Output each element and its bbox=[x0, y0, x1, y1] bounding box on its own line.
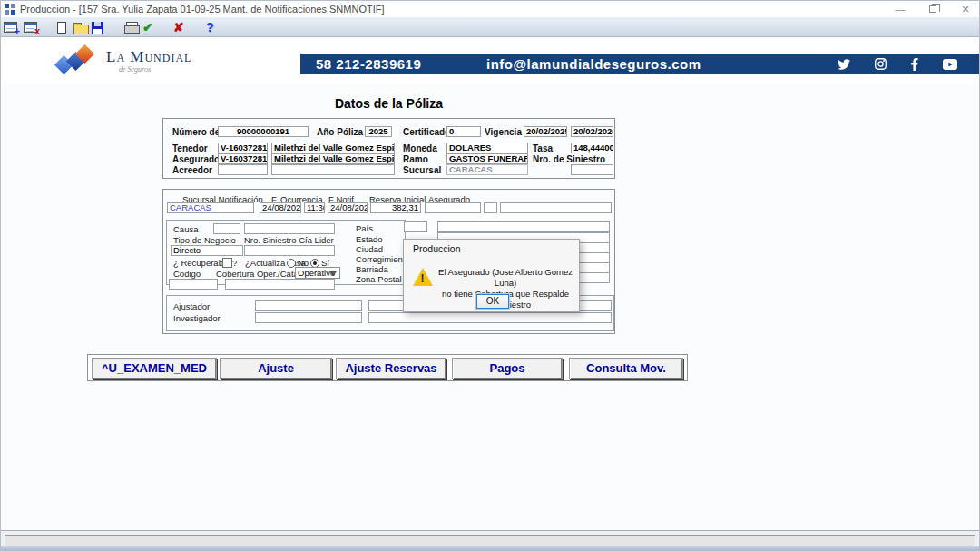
tasa-label: Tasa bbox=[533, 143, 553, 153]
company-logo: La Mundial de Seguros bbox=[54, 44, 235, 81]
asegurado-cod-field[interactable] bbox=[425, 202, 481, 213]
email-address: info@lamundialdeseguros.com bbox=[486, 56, 701, 72]
new-document-icon bbox=[57, 22, 66, 34]
close-button[interactable]: ✕ bbox=[959, 4, 972, 15]
nro-siniestro-cia-field[interactable] bbox=[244, 245, 335, 256]
minimize-button[interactable]: — bbox=[894, 4, 906, 15]
tenedor-id-field[interactable]: V-16037281 bbox=[218, 143, 268, 153]
sucursal-notif-field[interactable]: CARACAS bbox=[167, 202, 254, 213]
save-button[interactable] bbox=[92, 20, 103, 34]
moneda-field[interactable]: DOLARES bbox=[446, 143, 528, 153]
ramo-field[interactable]: GASTOS FUNERARIO bbox=[446, 153, 528, 164]
save-icon bbox=[92, 22, 103, 34]
open-button[interactable] bbox=[74, 20, 87, 34]
tipo-negocio-label: Tipo de Negocio bbox=[173, 235, 236, 245]
ciudad-label: Ciudad bbox=[356, 244, 383, 254]
dialog-title: Produccion bbox=[413, 243, 461, 254]
certificado-label: Certificado bbox=[403, 127, 450, 137]
f-ocurrencia-fecha-field[interactable]: 24/08/2025 bbox=[260, 202, 301, 213]
instagram-icon[interactable] bbox=[875, 58, 887, 70]
youtube-icon[interactable] bbox=[943, 59, 957, 70]
investigador-cod-field[interactable] bbox=[255, 312, 362, 323]
nro-siniestro-field[interactable] bbox=[571, 164, 613, 175]
x-icon: ✘ bbox=[173, 21, 184, 34]
certificado-field[interactable]: 0 bbox=[446, 126, 481, 137]
asegurado-id-field[interactable]: V-16037281 bbox=[218, 153, 268, 164]
f-ocurrencia-hora-field[interactable]: 11:36 bbox=[304, 202, 325, 213]
reserva-inicial-field[interactable]: 382,31 bbox=[370, 202, 421, 213]
tipo-negocio-field[interactable]: Directo bbox=[171, 245, 243, 256]
logo-text: La Mundial bbox=[106, 48, 191, 66]
ajuste-button[interactable]: Ajuste bbox=[220, 358, 332, 379]
ok-button[interactable]: OK bbox=[476, 294, 509, 309]
check-icon: ✔ bbox=[142, 21, 153, 34]
pais-label: País bbox=[356, 223, 373, 233]
ano-poliza-field[interactable]: 2025 bbox=[365, 126, 392, 137]
acreedor-nombre-field[interactable] bbox=[271, 164, 395, 175]
asegurado-nombre-field[interactable]: Milethzi del Valle Gomez Espinoz bbox=[271, 153, 395, 164]
logo-diamonds-icon bbox=[54, 48, 101, 75]
app-window: Produccion - [157 Sra. Yulia Zapata 01-0… bbox=[0, 0, 980, 551]
cobertura-dropdown[interactable]: Operativo bbox=[295, 267, 340, 279]
print-button[interactable] bbox=[124, 20, 138, 34]
recuperable-checkbox[interactable] bbox=[222, 258, 232, 268]
cancel-button[interactable]: ✘ bbox=[173, 20, 184, 34]
add-record-icon: + bbox=[4, 22, 17, 33]
f-notif-field[interactable]: 24/08/2025 bbox=[328, 202, 368, 213]
tenedor-label: Tenedor bbox=[172, 143, 208, 153]
examen-med-button[interactable]: ^U_EXAMEN_MED bbox=[92, 358, 217, 379]
cobertura-field[interactable] bbox=[225, 279, 335, 290]
ajuste-reservas-button[interactable]: Ajuste Reservas bbox=[336, 358, 446, 379]
vigencia-label: Vigencia bbox=[485, 127, 522, 137]
sucursal-field: CARACAS bbox=[446, 164, 528, 175]
restore-button[interactable] bbox=[926, 4, 939, 15]
corregimiento-label: Corregimiento bbox=[356, 254, 410, 264]
pais-field[interactable] bbox=[437, 221, 610, 232]
window-title: Produccion - [157 Sra. Yulia Zapata 01-0… bbox=[20, 4, 385, 15]
facebook-icon[interactable] bbox=[911, 58, 918, 71]
tenedor-nombre-field[interactable]: Milethzi del Valle Gomez Espinoz bbox=[271, 143, 395, 153]
tasa-field[interactable]: 148,44400 bbox=[571, 143, 613, 153]
acreedor-id-field[interactable] bbox=[218, 164, 268, 175]
title-bar: Produccion - [157 Sra. Yulia Zapata 01-0… bbox=[1, 1, 979, 17]
consulta-mov-button[interactable]: Consulta Mov. bbox=[569, 358, 683, 379]
app-icon bbox=[5, 4, 15, 15]
pais-cod-field[interactable] bbox=[404, 221, 427, 232]
investigador-label: Investigador bbox=[173, 313, 220, 323]
twitter-icon[interactable] bbox=[838, 59, 850, 70]
delete-record-button[interactable]: x bbox=[24, 20, 37, 34]
nro-siniestro-cia-label: Nro. Siniestro Cía Lider bbox=[244, 235, 334, 245]
vigencia-desde-field[interactable]: 20/02/2025 bbox=[524, 126, 567, 137]
add-record-button[interactable]: + bbox=[4, 20, 17, 34]
ajustador-cod-field[interactable] bbox=[255, 300, 362, 311]
asegurado-tipo-field[interactable] bbox=[484, 202, 497, 213]
print-icon bbox=[124, 22, 138, 33]
codigo-field[interactable] bbox=[169, 279, 218, 290]
ajustador-label: Ajustador bbox=[173, 301, 210, 311]
open-folder-icon bbox=[74, 23, 87, 33]
barriada-label: Barriada bbox=[356, 264, 388, 274]
contact-bar: 58 212-2839619 info@lamundialdeseguros.c… bbox=[300, 54, 980, 74]
pagos-button[interactable]: Pagos bbox=[452, 358, 563, 379]
policy-data-panel: Número de Tenedor Asegurado Acreedor 900… bbox=[162, 118, 615, 179]
numero-label: Número de bbox=[172, 127, 220, 137]
vigencia-hasta-field[interactable]: 20/02/2026 bbox=[571, 126, 613, 137]
ano-poliza-label: Año Póliza bbox=[317, 127, 363, 137]
warning-dialog: Produccion El Asegurado (Jose Alberto Go… bbox=[403, 239, 580, 312]
estado-label: Estado bbox=[356, 234, 383, 244]
investigador-nombre-field[interactable] bbox=[368, 312, 612, 323]
ramo-label: Ramo bbox=[403, 154, 428, 164]
acreedor-label: Acreedor bbox=[172, 165, 212, 175]
causa-cod-field[interactable] bbox=[213, 223, 240, 234]
confirm-button[interactable]: ✔ bbox=[142, 20, 153, 34]
status-bar bbox=[1, 530, 979, 551]
warning-icon bbox=[413, 268, 433, 286]
new-button[interactable] bbox=[57, 20, 66, 34]
numero-poliza-field[interactable]: 90000000191 bbox=[218, 126, 309, 137]
causa-label: Causa bbox=[173, 224, 198, 234]
help-icon: ? bbox=[206, 21, 214, 34]
causa-desc-field[interactable] bbox=[244, 223, 335, 234]
asegurado-nombre-notif-field[interactable] bbox=[500, 202, 612, 213]
restore-icon bbox=[929, 5, 936, 13]
help-button[interactable]: ? bbox=[206, 20, 214, 34]
